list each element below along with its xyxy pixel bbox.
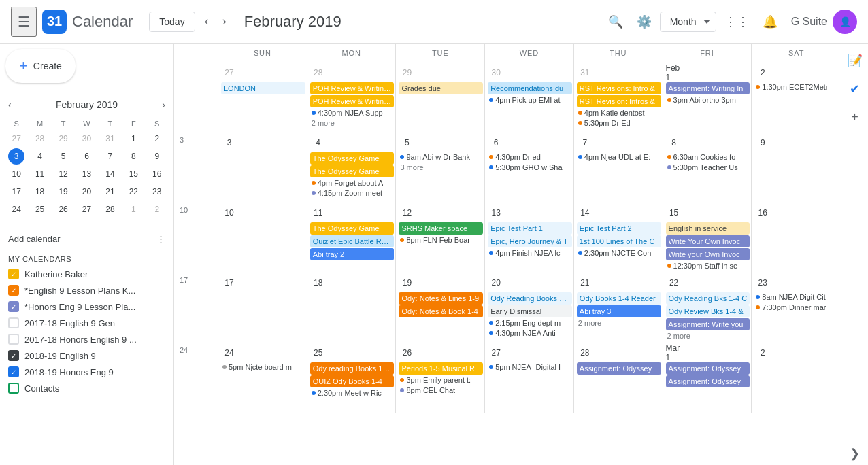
day-number[interactable]: 30 [488, 65, 504, 81]
day-cell[interactable]: 17 [218, 273, 307, 343]
day-number[interactable]: 19 [399, 275, 415, 291]
mini-day[interactable]: 1 [125, 131, 141, 147]
day-number[interactable]: 4 [310, 135, 327, 151]
day-number[interactable]: 27 [221, 65, 237, 81]
day-cell[interactable]: 28POH Review & Writing ConferencesPOH Re… [307, 63, 397, 133]
day-cell[interactable]: 86:30am Cookies fo5:30pm Teacher Us [663, 133, 752, 203]
event-pill[interactable]: Quizlet Epic Battle Royale [310, 235, 395, 247]
event-pill[interactable]: Recommendations du [488, 82, 572, 94]
mini-prev-button[interactable]: ‹ [5, 97, 14, 113]
mini-day[interactable]: 9 [149, 148, 165, 165]
view-select[interactable]: Month Day Week Year [660, 12, 716, 32]
settings-button[interactable]: ⚙️ [631, 9, 657, 35]
calendar-item[interactable]: Contacts [5, 380, 168, 396]
blue-check-icon[interactable]: ✔ [846, 78, 864, 101]
day-cell[interactable]: 18 [307, 273, 397, 343]
mini-day[interactable]: 6 [78, 148, 95, 165]
day-number[interactable]: 5 [399, 135, 415, 151]
day-cell[interactable]: 12SRHS Maker space8pm FLN Feb Boar [396, 203, 485, 273]
more-events-link[interactable]: 2 more [666, 331, 750, 341]
event-pill[interactable]: Ody reading Books 1-4 nexttext [310, 362, 395, 375]
day-number[interactable]: 27 [488, 345, 504, 361]
event-pill[interactable]: RST Revision: Intros & [577, 95, 661, 107]
day-cell[interactable]: 27LONDON [218, 63, 307, 133]
day-cell[interactable]: 2 [752, 343, 841, 413]
event-dot-row[interactable]: 4:15pm Zoom meet [310, 188, 395, 198]
day-number[interactable]: 2 [754, 65, 771, 81]
mini-day[interactable]: 27 [78, 201, 95, 218]
event-dot-row[interactable]: 4:30pm NJEA Supp [310, 108, 395, 118]
event-pill[interactable]: Assignment: Write you [666, 318, 750, 330]
day-number[interactable]: 23 [754, 275, 771, 291]
event-dot-row[interactable]: 2:15pm Eng dept m [488, 318, 572, 328]
mini-day[interactable]: 12 [55, 166, 71, 182]
event-pill[interactable]: Write Your Own Invoc [666, 235, 750, 247]
mini-day[interactable]: 2 [149, 131, 165, 147]
day-cell[interactable]: 275pm NJEA- Digital I [485, 343, 574, 413]
event-dot-row[interactable]: 4pm Finish NJEA lc [488, 248, 572, 258]
event-pill[interactable]: Ody Books 1-4 Reader [577, 292, 661, 305]
day-number[interactable]: 6 [488, 135, 504, 151]
event-pill[interactable]: QUIZ Ody Books 1-4 [310, 375, 395, 388]
day-cell[interactable]: 22Ody Reading Bks 1-4 COdy Review Bks 1-… [663, 273, 752, 343]
day-number[interactable]: 10 [221, 205, 237, 221]
day-cell[interactable]: 30Recommendations du4pm Pick up EMI at [485, 63, 574, 133]
event-pill[interactable]: Assignment: Odyssey [577, 362, 661, 375]
calendar-item[interactable]: ✓Katherine Baker [5, 266, 168, 282]
more-events-link[interactable]: 2 more [577, 318, 661, 328]
expand-icon[interactable]: ❯ [846, 442, 864, 465]
event-pill[interactable]: Early Dismissal [488, 305, 572, 317]
event-pill[interactable]: Abi tray 2 [310, 248, 395, 260]
day-number[interactable]: 18 [310, 275, 327, 291]
mini-day[interactable]: 2 [149, 201, 165, 218]
day-cell[interactable]: 26Periods 1-5 Musical R3pm Emily parent … [396, 343, 485, 413]
avatar[interactable]: 👤 [833, 10, 857, 34]
event-dot-row[interactable]: 12:30pm Staff in se [666, 261, 750, 271]
calendar-item[interactable]: 2017-18 Honors English 9 ... [5, 331, 168, 347]
day-number[interactable]: 16 [754, 205, 771, 221]
event-dot-row[interactable]: 4:30pm Dr ed [488, 152, 572, 162]
day-cell[interactable]: 25Ody reading Books 1-4 nexttextQUIZ Ody… [307, 343, 397, 413]
mini-day[interactable]: 21 [102, 184, 118, 200]
day-cell[interactable]: 3 [218, 133, 307, 203]
day-number[interactable]: 28 [577, 345, 593, 361]
day-number[interactable]: 12 [399, 205, 415, 221]
event-pill[interactable]: LONDON [221, 82, 305, 94]
day-number[interactable]: 28 [310, 65, 327, 81]
create-button[interactable]: + Create [5, 49, 76, 83]
mini-day[interactable]: 14 [102, 166, 118, 182]
day-number[interactable]: 26 [399, 345, 415, 361]
event-pill[interactable]: Periods 1-5 Musical R [399, 362, 483, 375]
day-number[interactable]: 3 [221, 135, 237, 151]
event-pill[interactable]: SRHS Maker space [399, 222, 483, 235]
day-number[interactable]: Feb 1 [666, 65, 682, 81]
day-number[interactable]: 2 [754, 345, 771, 361]
calendar-item[interactable]: ✓*English 9 Lesson Plans K... [5, 282, 168, 298]
day-cell[interactable]: 20Ody Reading Books 1-4 Graphic NovelEar… [485, 273, 574, 343]
event-dot-row[interactable]: 8am NJEA Digit Cit [754, 292, 839, 302]
mini-next-button[interactable]: › [159, 97, 168, 113]
mini-day[interactable]: 23 [149, 184, 165, 200]
mini-day[interactable]: 16 [149, 166, 165, 182]
mini-day[interactable]: 28 [102, 201, 118, 218]
day-number[interactable]: 31 [577, 65, 593, 81]
event-pill[interactable]: Ody: Notes & Lines 1-9 [399, 292, 483, 305]
event-dot-row[interactable]: 5:30pm GHO w Sha [488, 162, 572, 172]
mini-day[interactable]: 28 [32, 131, 48, 147]
day-number[interactable]: 29 [399, 65, 415, 81]
day-cell[interactable]: Mar 1Assignment: OdysseyAssignment: Odys… [663, 343, 752, 413]
event-pill[interactable]: English in service [666, 222, 750, 235]
day-cell[interactable]: 11The Odyssey GameQuizlet Epic Battle Ro… [307, 203, 397, 273]
day-cell[interactable]: 15English in serviceWrite Your Own Invoc… [663, 203, 752, 273]
mini-day[interactable]: 5 [55, 148, 71, 165]
event-pill[interactable]: Epic Test Part 2 [577, 222, 661, 235]
mini-day[interactable]: 13 [78, 166, 95, 182]
event-dot-row[interactable]: 8pm CEL Chat [399, 385, 483, 395]
day-cell[interactable]: 64:30pm Dr ed5:30pm GHO w Sha [485, 133, 574, 203]
day-number[interactable]: 8 [666, 135, 682, 151]
mini-day[interactable]: 4 [32, 148, 48, 165]
event-pill[interactable]: Ody Review Bks 1-4 & [666, 305, 750, 317]
event-dot-row[interactable]: 4:30pm NJEA Anti- [488, 328, 572, 338]
day-cell[interactable]: 16 [752, 203, 841, 273]
event-dot-row[interactable]: 3pm Abi ortho 3pm [666, 95, 750, 105]
